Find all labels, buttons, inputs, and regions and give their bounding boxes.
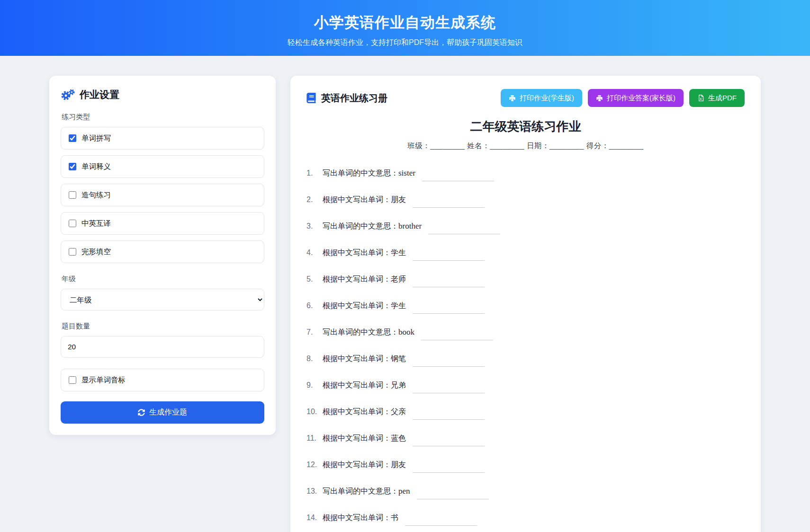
grade-select[interactable]: 二年级 xyxy=(61,289,264,310)
question-number: 14. xyxy=(306,514,323,522)
question-prompt: 根据中文写出单词： xyxy=(323,408,391,416)
question-term: 钢笔 xyxy=(391,355,406,363)
question-number: 9. xyxy=(306,381,323,390)
question-row: 11.根据中文写出单词：蓝色 xyxy=(306,434,745,448)
exercise-type-checkbox[interactable] xyxy=(69,163,76,170)
answer-blank xyxy=(428,223,500,234)
exercise-type-label-text: 单词释义 xyxy=(81,162,111,172)
question-prompt: 根据中文写出单词： xyxy=(323,301,391,310)
question-term: 朋友 xyxy=(391,461,406,469)
question-term: 学生 xyxy=(391,301,406,310)
generate-homework-button[interactable]: 生成作业题 xyxy=(61,401,264,424)
exercise-type-label-text: 完形填空 xyxy=(81,247,111,257)
question-prompt: 根据中文写出单词： xyxy=(323,355,391,363)
pdf-file-icon xyxy=(697,94,704,102)
app-title: 小学英语作业自动生成系统 xyxy=(0,0,810,33)
answer-blank xyxy=(405,514,477,526)
generate-pdf-button[interactable]: 生成PDF xyxy=(689,89,745,107)
question-number: 6. xyxy=(306,301,323,310)
refresh-icon xyxy=(138,409,145,416)
worksheet-meta: 班级：________ 姓名：________ 日期：________ 得分：_… xyxy=(306,141,745,151)
question-number: 1. xyxy=(306,169,323,177)
question-row: 8.根据中文写出单词：钢笔 xyxy=(306,354,745,368)
exercise-type-checkbox-row[interactable]: 中英互译 xyxy=(61,212,264,235)
question-term: book xyxy=(398,328,414,337)
gears-icon xyxy=(61,89,75,101)
question-count-label: 题目数量 xyxy=(62,322,263,331)
phonetic-checkbox-row[interactable]: 显示单词音标 xyxy=(61,369,264,391)
question-prompt: 根据中文写出单词： xyxy=(323,514,391,522)
question-term: 书 xyxy=(391,514,398,522)
print-student-label: 打印作业(学生版) xyxy=(520,94,574,103)
question-row: 12.根据中文写出单词：朋友 xyxy=(306,460,745,474)
answer-blank xyxy=(413,461,485,473)
phonetic-label: 显示单词音标 xyxy=(81,375,126,385)
question-term: 蓝色 xyxy=(391,434,406,442)
question-row: 5.根据中文写出单词：老师 xyxy=(306,275,745,289)
print-student-button[interactable]: 打印作业(学生版) xyxy=(501,89,582,107)
question-prompt: 根据中文写出单词： xyxy=(323,195,391,204)
question-row: 7.写出单词的中文意思：book xyxy=(306,328,745,342)
question-number: 12. xyxy=(306,461,323,469)
exercise-type-checkbox-row[interactable]: 单词释义 xyxy=(61,155,264,178)
exercise-type-label-text: 中英互译 xyxy=(81,219,111,229)
grade-label: 年级 xyxy=(62,275,263,284)
worksheet-panel: 英语作业练习册 打印作业(学生版) xyxy=(290,76,761,532)
question-row: 14.根据中文写出单词：书 xyxy=(306,513,745,527)
answer-blank xyxy=(413,276,485,287)
print-answers-button[interactable]: 打印作业答案(家长版) xyxy=(588,89,684,107)
question-row: 6.根据中文写出单词：学生 xyxy=(306,301,745,315)
exercise-type-checkbox-row[interactable]: 造句练习 xyxy=(61,184,264,206)
question-prompt: 根据中文写出单词： xyxy=(323,434,391,442)
settings-title: 作业设置 xyxy=(80,88,119,101)
generate-pdf-label: 生成PDF xyxy=(708,94,737,103)
question-list: 1.写出单词的中文意思：sister 2.根据中文写出单词：朋友 3.写出单词的… xyxy=(306,168,745,527)
exercise-type-checkbox[interactable] xyxy=(69,191,76,199)
question-prompt: 写出单词的中文意思： xyxy=(323,487,398,495)
main-content: 作业设置 练习类型 单词拼写 单词释义 造句练习 中英互译 完形填空 年级 二年… xyxy=(0,56,810,532)
generate-homework-label: 生成作业题 xyxy=(149,408,187,417)
answer-blank xyxy=(413,435,485,446)
exercise-type-list: 单词拼写 单词释义 造句练习 中英互译 完形填空 xyxy=(61,127,264,263)
app-subtitle: 轻松生成各种英语作业，支持打印和PDF导出，帮助孩子巩固英语知识 xyxy=(0,38,810,48)
exercise-type-label-text: 单词拼写 xyxy=(81,133,111,143)
printer-icon xyxy=(509,95,516,102)
exercise-type-label-text: 造句练习 xyxy=(81,190,111,200)
question-prompt: 根据中文写出单词： xyxy=(323,461,391,469)
book-icon xyxy=(306,93,316,103)
question-term: 学生 xyxy=(391,248,406,257)
question-term: brother xyxy=(398,222,422,231)
exercise-type-checkbox[interactable] xyxy=(69,220,76,227)
question-number: 7. xyxy=(306,328,323,337)
question-term: sister xyxy=(398,168,415,177)
phonetic-checkbox[interactable] xyxy=(69,376,76,384)
question-term: pen xyxy=(398,487,410,496)
answer-blank xyxy=(421,329,493,340)
answer-blank xyxy=(413,196,485,208)
question-row: 2.根据中文写出单词：朋友 xyxy=(306,195,745,209)
answer-blank xyxy=(413,249,485,261)
question-number: 2. xyxy=(306,195,323,204)
question-prompt: 根据中文写出单词： xyxy=(323,248,391,257)
question-row: 3.写出单词的中文意思：brother xyxy=(306,222,745,236)
print-answers-label: 打印作业答案(家长版) xyxy=(607,94,675,103)
exercise-type-checkbox[interactable] xyxy=(69,134,76,142)
question-prompt: 根据中文写出单词： xyxy=(323,381,391,389)
answer-blank xyxy=(413,382,485,393)
exercise-type-label: 练习类型 xyxy=(62,113,263,122)
answer-blank xyxy=(413,355,485,367)
settings-panel: 作业设置 练习类型 单词拼写 单词释义 造句练习 中英互译 完形填空 年级 二年… xyxy=(49,76,276,435)
question-term: 老师 xyxy=(391,275,406,283)
answer-blank xyxy=(413,302,485,314)
question-number: 11. xyxy=(306,434,323,443)
question-number: 4. xyxy=(306,248,323,257)
exercise-type-checkbox-row[interactable]: 单词拼写 xyxy=(61,127,264,150)
question-row: 9.根据中文写出单词：兄弟 xyxy=(306,381,745,395)
worksheet-title: 二年级英语练习作业 xyxy=(306,118,745,135)
question-term: 兄弟 xyxy=(391,381,406,389)
exercise-type-checkbox-row[interactable]: 完形填空 xyxy=(61,240,264,263)
exercise-type-checkbox[interactable] xyxy=(69,248,76,256)
question-count-input[interactable] xyxy=(61,336,264,358)
question-number: 3. xyxy=(306,222,323,231)
question-number: 5. xyxy=(306,275,323,284)
